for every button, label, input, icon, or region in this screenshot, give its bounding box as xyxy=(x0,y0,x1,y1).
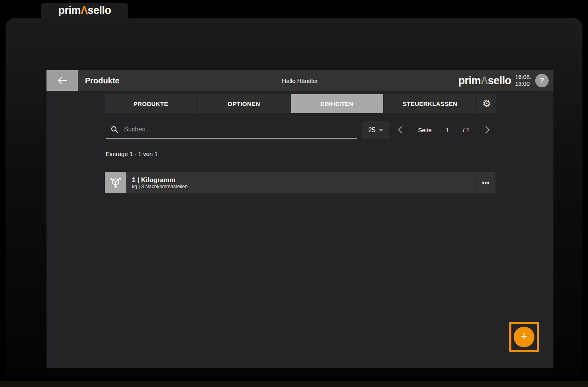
primasello-logo: primΛsello xyxy=(58,5,111,16)
chevron-down-icon xyxy=(379,129,383,132)
cube-3d-icon xyxy=(110,176,122,189)
list-item-title: 1 | Kilogramm xyxy=(132,176,476,184)
list-item-subtitle: kg | 3 Nachkommastellen xyxy=(132,184,476,189)
gear-icon: ⚙ xyxy=(482,98,491,109)
ellipsis-icon: ••• xyxy=(482,179,490,186)
content-panel: Produkte Hallo Händler primΛsello 16.08.… xyxy=(46,70,553,368)
date-text: 16.08. xyxy=(515,74,531,81)
datetime-display: 16.08. 13:00 xyxy=(515,74,531,87)
pagination: Seite 1 / 1 xyxy=(396,120,491,139)
page-size-value: 25 xyxy=(368,127,375,134)
next-page-button[interactable] xyxy=(484,124,491,135)
pagination-current[interactable]: 1 xyxy=(446,127,449,133)
arrow-left-icon xyxy=(57,76,68,85)
logo-prefix: prim xyxy=(458,75,481,87)
logo-prefix: prim xyxy=(58,4,81,16)
merchant-greeting: Hallo Händler xyxy=(282,77,318,84)
list-item-kilogramm[interactable]: 1 | Kilogramm kg | 3 Nachkommastellen ••… xyxy=(105,172,495,193)
search-field xyxy=(106,121,357,139)
chevron-left-icon xyxy=(398,126,402,134)
time-text: 13:00 xyxy=(515,81,531,87)
bottom-edge-strip xyxy=(0,381,588,387)
fab-focus-outline: + xyxy=(509,322,539,352)
logo-suffix: sello xyxy=(488,75,511,87)
item-actions-button[interactable]: ••• xyxy=(476,172,495,193)
tab-produkte[interactable]: PRODUKTE xyxy=(105,94,197,113)
app-window: Produkte Hallo Händler primΛsello 16.08.… xyxy=(6,18,582,378)
prev-page-button[interactable] xyxy=(396,124,404,135)
page-title: Produkte xyxy=(85,76,120,85)
search-input[interactable] xyxy=(124,126,338,133)
appbar: Produkte Hallo Händler primΛsello 16.08.… xyxy=(46,70,553,91)
back-button[interactable] xyxy=(46,70,78,91)
tab-optionen[interactable]: OPTIONEN xyxy=(198,94,290,113)
tab-bar: PRODUKTE OPTIONEN EINHEITEN STEUERKLASSE… xyxy=(105,94,496,113)
logo-lambda: Λ xyxy=(481,75,488,87)
browser-tab-primasello[interactable]: primΛsello xyxy=(41,3,128,18)
pagination-label: Seite xyxy=(418,127,431,133)
page-size-select[interactable]: 25 xyxy=(362,121,389,139)
logo-suffix: sello xyxy=(88,4,111,16)
plus-icon: + xyxy=(520,330,528,343)
pagination-total: / 1 xyxy=(463,127,470,133)
unit-icon-tile xyxy=(105,172,126,193)
help-button[interactable]: ? xyxy=(535,74,549,87)
appbar-right-cluster: primΛsello 16.08. 13:00 ? xyxy=(458,70,549,91)
settings-button[interactable]: ⚙ xyxy=(477,94,496,113)
tab-einheiten[interactable]: EINHEITEN xyxy=(291,94,383,113)
tab-steuerklassen[interactable]: STEUERKLASSEN xyxy=(384,94,476,113)
entries-summary: Einträge 1 - 1 von 1 xyxy=(106,150,158,157)
search-icon xyxy=(110,125,118,133)
logo-accent-lambda: Λ xyxy=(81,4,88,16)
primasello-logo-header: primΛsello xyxy=(458,75,511,86)
add-unit-button[interactable]: + xyxy=(514,327,534,347)
chevron-right-icon xyxy=(485,126,490,134)
list-item-text: 1 | Kilogramm kg | 3 Nachkommastellen xyxy=(126,176,476,190)
